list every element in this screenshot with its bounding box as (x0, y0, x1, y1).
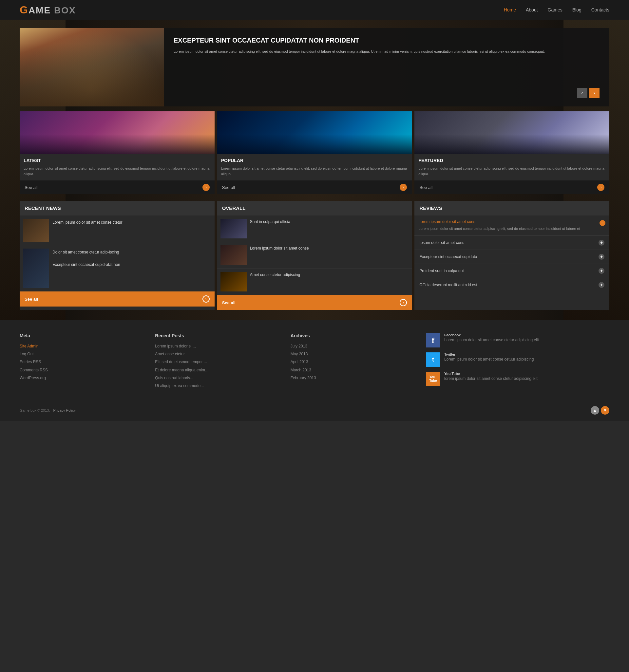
footer-post-4[interactable]: Et dolore magna aliqua enim... (155, 367, 277, 373)
copyright: Game box © 2013. (20, 408, 50, 412)
review-label-4: Officia deserunt mollit anim id est (419, 283, 477, 287)
review-expanded[interactable]: Lorem ipsum dolor sit amet cons Lorem ip… (414, 215, 609, 236)
recent-news-arrow-icon: › (203, 295, 210, 303)
overall-item-2[interactable]: Lorem ipsum dolor sit amet conse (217, 242, 412, 268)
reviews-header: REVIEWS (414, 201, 609, 215)
news-item-1[interactable]: Lorem ipsum dolor sit amet conse ctetur (20, 215, 215, 245)
scroll-up-btn[interactable]: ▲ (591, 406, 599, 415)
footer-archives-title: Archives (290, 333, 413, 338)
social-twitter[interactable]: t Twitter Lorem ipsum dolor sit amet con… (426, 352, 609, 367)
footer-meta: Meta Site Admin Log Out Entries RSS Comm… (20, 333, 142, 391)
nav-home[interactable]: Home (504, 7, 516, 13)
footer-archive-april[interactable]: April 2013 (290, 359, 413, 365)
hero-prev-btn[interactable]: ‹ (577, 88, 587, 98)
recent-news-header: RECENT NEWS (20, 201, 215, 215)
footer-recent-posts-title: Recent Posts (155, 333, 277, 338)
overall-item-1[interactable]: Sunt in culpa qui officia (217, 215, 412, 242)
featured-see-all-btn[interactable]: See all › (414, 181, 609, 194)
social-youtube[interactable]: YouTube You Tube lorem ipsum dolor sit a… (426, 372, 609, 386)
footer-archive-may[interactable]: May 2013 (290, 351, 413, 357)
logo-g: G (20, 4, 28, 16)
news-image-1 (23, 219, 49, 242)
hero-next-btn[interactable]: › (589, 88, 600, 98)
review-plus-icon-3: + (599, 268, 604, 274)
footer-site-admin[interactable]: Site Admin (20, 343, 142, 350)
news-title-2: Dolor sit amet conse ctetur adip-iscing (52, 249, 120, 255)
review-item-4[interactable]: Officia deserunt mollit anim id est + (414, 278, 609, 292)
latest-see-all-btn[interactable]: See all › (20, 181, 215, 194)
popular-title: POPULAR (221, 158, 408, 163)
nav-about[interactable]: About (526, 7, 538, 13)
privacy-link[interactable]: Privacy Policy (53, 408, 76, 412)
footer-post-3[interactable]: Elit sed do eiusmod tempor ... (155, 359, 277, 365)
overall-text-2: Lorem ipsum dolor sit amet conse (250, 245, 309, 265)
featured-body: Lorem ipsum dolor sit amet conse ctetur … (418, 166, 605, 176)
popular-arrow-icon: › (400, 184, 407, 191)
review-label-3: Proident sunt in culpa qui (419, 268, 464, 273)
nav-blog[interactable]: Blog (572, 7, 582, 13)
hero-body: Lorem ipsum dolor sit amet conse ctetur … (173, 48, 600, 55)
latest-body: Lorem ipsum dolor sit amet conse ctetur … (24, 166, 211, 176)
footer-columns: Meta Site Admin Log Out Entries RSS Comm… (20, 333, 609, 391)
footer-post-2[interactable]: Amet onse ctetur.... (155, 351, 277, 357)
overall-see-all[interactable]: See all › (217, 295, 412, 310)
news-title-1: Lorem ipsum dolor sit amet conse ctetur (52, 219, 122, 225)
featured-image (414, 111, 609, 154)
footer-archive-march[interactable]: March 2013 (290, 367, 413, 373)
footer-wordpress[interactable]: WordPress.org (20, 375, 142, 381)
review-item-3[interactable]: Proident sunt in culpa qui + (414, 264, 609, 278)
news-image-2 (23, 248, 49, 288)
footer-bottom: Game box © 2013. Privacy Policy ▲ ▼ (20, 401, 609, 415)
review-item-2[interactable]: Excepteur sint occaecat cupidata + (414, 250, 609, 264)
review-label-2: Excepteur sint occaecat cupidata (419, 255, 477, 259)
main-nav: Home About Games Blog Contacts (504, 7, 609, 13)
facebook-text: Lorem ipsum dolor sit amet conse ctetur … (444, 337, 539, 343)
hero-text-panel: EXCEPTEUR SINT OCCAECAT CUPIDATAT NON PR… (164, 28, 609, 106)
footer-post-1[interactable]: Lorem ipsum dolor si ... (155, 343, 277, 350)
review-plus-icon-4: + (599, 282, 604, 288)
overall-item-3[interactable]: Amet conse ctetur adipiscing (217, 268, 412, 295)
footer-post-6[interactable]: Ut aliquip ex ea commodo... (155, 383, 277, 389)
news-title-3: Excepteur sint occaecat cupid-atat non (52, 262, 120, 268)
logo-box: BOX (54, 5, 76, 16)
review-item-1[interactable]: Ipsum dolor sit amet cons + (414, 236, 609, 250)
review-minus-icon[interactable]: − (600, 220, 605, 226)
news-item-2[interactable]: Dolor sit amet conse ctetur adip-iscing … (20, 245, 215, 291)
footer-comments-rss[interactable]: Comments RSS (20, 367, 142, 373)
facebook-icon: f (426, 333, 440, 347)
scroll-down-btn[interactable]: ▼ (601, 406, 609, 415)
footer-entries-rss[interactable]: Entries RSS (20, 359, 142, 365)
footer: Meta Site Admin Log Out Entries RSS Comm… (0, 320, 629, 421)
review-plus-icon-1: + (599, 240, 604, 246)
logo: GAME BOX (20, 4, 76, 16)
overall-title: OVERALL (222, 205, 407, 211)
game-card-popular: POPULAR Lorem ipsum dolor sit amet conse… (217, 111, 412, 194)
twitter-text: Lorem ipsum dolor sit amet conse cetuur … (444, 356, 534, 362)
nav-games[interactable]: Games (548, 7, 562, 13)
social-facebook[interactable]: f Facebook Lorem ipsum dolor sit amet co… (426, 333, 609, 347)
popular-see-all-btn[interactable]: See all › (217, 181, 412, 194)
reviews-panel: REVIEWS Lorem ipsum dolor sit amet cons … (414, 201, 609, 310)
twitter-label: Twitter (444, 352, 534, 356)
reviews-title: REVIEWS (419, 205, 604, 211)
footer-logout[interactable]: Log Out (20, 351, 142, 357)
twitter-icon: t (426, 352, 440, 367)
recent-news-see-all-label: See all (25, 297, 38, 302)
footer-recent-posts: Recent Posts Lorem ipsum dolor si ... Am… (155, 333, 277, 391)
hero-wrapper: EXCEPTEUR SINT OCCAECAT CUPIDATAT NON PR… (0, 20, 629, 320)
popular-body: Lorem ipsum dolor sit amet conse ctetur … (221, 166, 408, 176)
logo-game: AME (28, 5, 51, 16)
overall-image-1 (220, 219, 247, 238)
overall-text-3: Amet conse ctetur adipiscing (250, 272, 300, 291)
hero-title: EXCEPTEUR SINT OCCAECAT CUPIDATAT NON PR… (173, 36, 600, 45)
recent-news-see-all[interactable]: See all › (20, 291, 215, 307)
footer-social: f Facebook Lorem ipsum dolor sit amet co… (426, 333, 609, 391)
footer-archive-feb[interactable]: February 2013 (290, 375, 413, 381)
footer-post-5[interactable]: Quis nostrud laboris... (155, 375, 277, 381)
nav-contacts[interactable]: Contacts (591, 7, 609, 13)
footer-archives: Archives July 2013 May 2013 April 2013 M… (290, 333, 413, 391)
overall-panel: OVERALL Sunt in culpa qui officia Lorem … (217, 201, 412, 310)
overall-see-all-label: See all (222, 300, 236, 305)
footer-archive-july[interactable]: July 2013 (290, 343, 413, 350)
latest-arrow-icon: › (203, 184, 210, 191)
